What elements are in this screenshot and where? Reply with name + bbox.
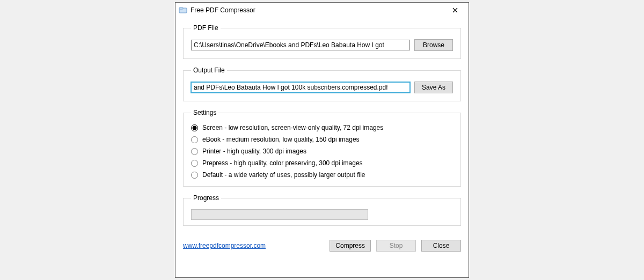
setting-ebook-radio[interactable]: [191, 136, 198, 143]
stop-button: Stop: [376, 240, 416, 252]
close-icon[interactable]: [445, 4, 465, 16]
setting-default-label: Default - a wide variety of uses, possib…: [202, 171, 365, 179]
group-settings-legend: Settings: [191, 109, 218, 116]
setting-prepress-label: Prepress - high quality, color preservin…: [202, 159, 363, 167]
progress-bar: [191, 209, 368, 220]
group-progress: Progress: [183, 194, 461, 226]
close-button[interactable]: Close: [421, 240, 461, 252]
save-as-button[interactable]: Save As: [414, 82, 453, 93]
website-link[interactable]: www.freepdfcompressor.com: [183, 242, 266, 249]
setting-printer-radio[interactable]: [191, 148, 198, 155]
group-pdf-file: PDF File Browse: [183, 24, 461, 59]
output-file-input[interactable]: [191, 82, 410, 93]
app-icon: [179, 6, 187, 14]
browse-button[interactable]: Browse: [414, 39, 453, 51]
setting-prepress-radio[interactable]: [191, 160, 198, 167]
group-output-file: Output File Save As: [183, 67, 461, 101]
svg-rect-1: [179, 8, 183, 9]
pdf-file-input[interactable]: [191, 40, 410, 50]
client-area: PDF File Browse Output File Save As Sett…: [175, 18, 469, 239]
group-progress-legend: Progress: [191, 194, 221, 202]
setting-screen-radio[interactable]: [191, 124, 198, 131]
group-pdf-file-legend: PDF File: [191, 24, 221, 32]
setting-printer-label: Printer - high quality, 300 dpi images: [202, 148, 306, 155]
setting-prepress[interactable]: Prepress - high quality, color preservin…: [191, 159, 453, 167]
title-bar[interactable]: Free PDF Compressor: [175, 3, 469, 18]
setting-ebook-label: eBook - medium resolution, low quality, …: [202, 136, 360, 143]
footer: www.freepdfcompressor.com Compress Stop …: [175, 239, 469, 252]
setting-screen[interactable]: Screen - low resolution, screen-view-onl…: [191, 124, 453, 131]
setting-screen-label: Screen - low resolution, screen-view-onl…: [202, 124, 383, 131]
compress-button[interactable]: Compress: [330, 240, 371, 252]
setting-default[interactable]: Default - a wide variety of uses, possib…: [191, 171, 453, 179]
setting-printer[interactable]: Printer - high quality, 300 dpi images: [191, 148, 453, 155]
setting-ebook[interactable]: eBook - medium resolution, low quality, …: [191, 136, 453, 143]
setting-default-radio[interactable]: [191, 172, 198, 179]
window-title: Free PDF Compressor: [191, 6, 445, 14]
app-window: Free PDF Compressor PDF File Browse Outp…: [175, 2, 469, 278]
group-output-file-legend: Output File: [191, 67, 227, 74]
group-settings: Settings Screen - low resolution, screen…: [183, 109, 461, 187]
